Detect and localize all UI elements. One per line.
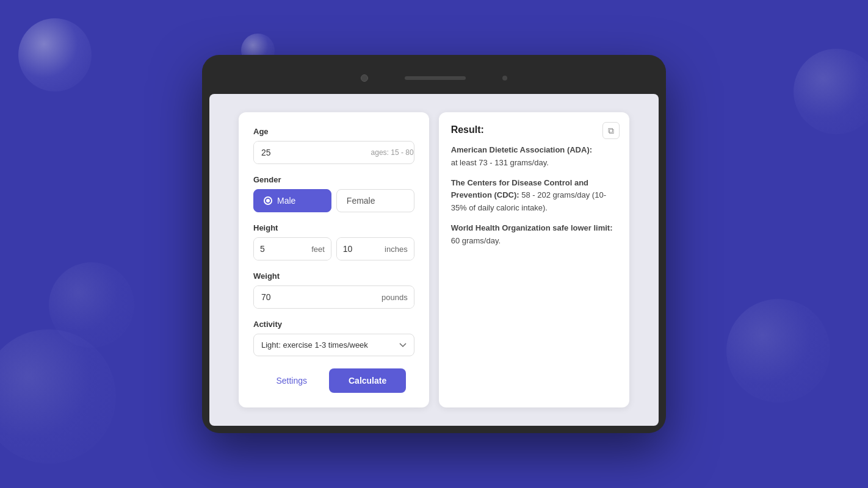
tablet-mic xyxy=(502,76,507,81)
app-container: Age ages: 15 - 80 Gender Male xyxy=(226,100,642,420)
sphere-bottom-left2 xyxy=(49,262,134,348)
weight-input[interactable] xyxy=(254,286,375,308)
age-input[interactable] xyxy=(254,142,366,163)
age-label: Age xyxy=(253,127,414,136)
who-result: World Health Organization safe lower lim… xyxy=(451,222,617,248)
tablet-speaker xyxy=(405,76,466,80)
tablet-device: Age ages: 15 - 80 Gender Male xyxy=(202,55,666,433)
button-row: Settings Calculate xyxy=(253,368,414,393)
who-heading: World Health Organization safe lower lim… xyxy=(451,223,613,232)
gender-male-button[interactable]: Male xyxy=(253,189,331,212)
result-title: Result: xyxy=(451,124,617,135)
sphere-bottom-left xyxy=(0,329,116,464)
front-camera xyxy=(361,74,368,82)
gender-female-button[interactable]: Female xyxy=(336,189,414,212)
weight-field-group: Weight pounds xyxy=(253,271,414,309)
inches-unit-label: inches xyxy=(378,239,414,260)
gender-male-label: Male xyxy=(277,196,295,206)
activity-select[interactable]: Sedentary: little or no exercise Light: … xyxy=(253,334,414,356)
ada-result: American Dietetic Association (ADA): at … xyxy=(451,144,617,170)
who-value: 60 grams/day. xyxy=(451,236,501,245)
gender-label: Gender xyxy=(253,175,414,184)
gender-field-group: Gender Male Female xyxy=(253,175,414,212)
radio-male-icon xyxy=(264,196,272,205)
sphere-bottom-right xyxy=(726,299,830,403)
activity-label: Activity xyxy=(253,320,414,329)
sphere-top-right xyxy=(794,49,868,134)
ada-heading: American Dietetic Association (ADA): xyxy=(451,145,592,154)
height-field-group: Height feet inches xyxy=(253,223,414,260)
form-panel: Age ages: 15 - 80 Gender Male xyxy=(239,112,429,407)
cdc-result: The Centers for Disease Control and Prev… xyxy=(451,177,617,215)
age-input-row: ages: 15 - 80 xyxy=(253,141,414,164)
calculate-button[interactable]: Calculate xyxy=(329,368,406,393)
tablet-top-bar xyxy=(209,67,659,89)
gender-female-label: Female xyxy=(347,196,375,206)
feet-unit-label: feet xyxy=(305,239,331,260)
weight-input-wrapper: pounds xyxy=(253,285,414,309)
weight-label: Weight xyxy=(253,271,414,281)
height-inches-wrapper: inches xyxy=(336,237,414,260)
copy-icon: ⧉ xyxy=(608,126,614,136)
height-label: Height xyxy=(253,223,414,232)
activity-field-group: Activity Sedentary: little or no exercis… xyxy=(253,320,414,356)
height-feet-wrapper: feet xyxy=(253,237,331,260)
height-row: feet inches xyxy=(253,237,414,260)
age-field-group: Age ages: 15 - 80 xyxy=(253,127,414,164)
tablet-screen: Age ages: 15 - 80 Gender Male xyxy=(209,94,659,426)
height-inches-input[interactable] xyxy=(337,238,378,260)
copy-button[interactable]: ⧉ xyxy=(602,122,620,139)
result-panel: ⧉ Result: American Dietetic Association … xyxy=(439,112,629,407)
age-hint: ages: 15 - 80 xyxy=(371,148,414,157)
settings-button[interactable]: Settings xyxy=(261,368,322,393)
ada-value: at least 73 - 131 grams/day. xyxy=(451,158,549,167)
age-input-wrapper: ages: 15 - 80 xyxy=(253,141,414,164)
gender-toggle: Male Female xyxy=(253,189,414,212)
height-feet-input[interactable] xyxy=(254,238,305,260)
sphere-top-left xyxy=(18,18,92,92)
pounds-unit-label: pounds xyxy=(375,287,414,308)
